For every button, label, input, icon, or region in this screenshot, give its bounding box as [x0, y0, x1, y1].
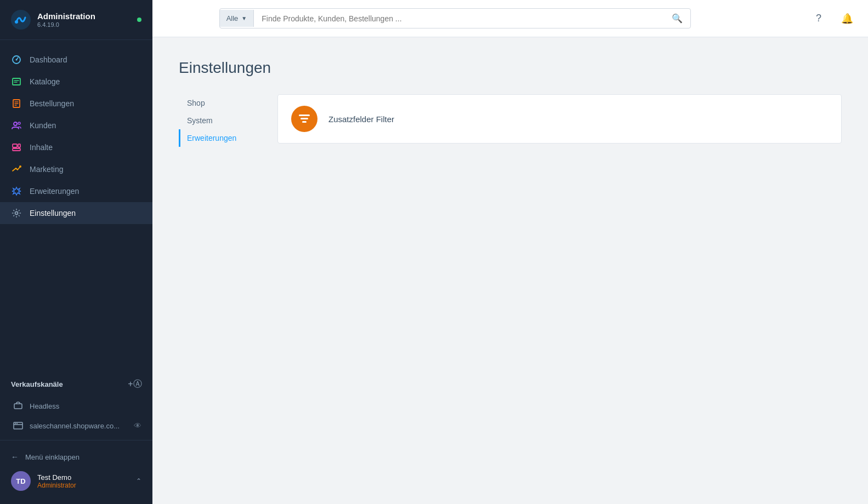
collapse-label: Menü einklappen — [25, 453, 80, 461]
sidebar: Administration 6.4.19.0 Dashboard — [0, 0, 152, 504]
saleschannel-headless[interactable]: Headless — [11, 396, 141, 416]
user-role: Administrator — [37, 482, 129, 489]
headless-icon — [13, 401, 23, 411]
sidebar-item-label: Kunden — [30, 121, 56, 130]
sidebar-item-label: Bestellungen — [30, 99, 74, 108]
svg-point-1 — [15, 20, 18, 24]
user-avatar: TD — [11, 471, 31, 491]
settings-card: Zusatzfelder Filter — [277, 94, 842, 144]
header-actions: ? 🔔 — [809, 9, 857, 28]
verkaufskanaele-section: Verkaufskanäle +Ⓐ Headless — [0, 372, 152, 440]
search-filter-label: Alle — [226, 14, 239, 22]
app-logo — [11, 10, 31, 30]
status-dot — [137, 18, 141, 22]
settings-layout: Shop System Erweiterungen — [179, 94, 842, 147]
user-name: Test Demo — [37, 473, 129, 482]
marketing-icon — [11, 164, 22, 175]
sidebar-item-kunden[interactable]: Kunden — [0, 114, 152, 136]
main-content: Alle ▼ 🔍 ? 🔔 Einstellungen Shop System — [152, 0, 868, 504]
search-input[interactable] — [254, 10, 663, 27]
svg-rect-19 — [302, 121, 307, 123]
brand-text: Administration 6.4.19.0 — [37, 12, 95, 28]
sidebar-item-bestellungen[interactable]: Bestellungen — [0, 93, 152, 114]
help-icon: ? — [816, 13, 821, 24]
inhalte-icon — [11, 142, 22, 153]
collapse-menu-button[interactable]: ← Menü einklappen — [11, 448, 141, 466]
sidebar-item-inhalte[interactable]: Inhalte — [0, 136, 152, 158]
user-info: Test Demo Administrator — [37, 473, 129, 489]
sidebar-item-kataloge[interactable]: Kataloge — [0, 71, 152, 93]
svg-point-3 — [16, 59, 18, 61]
add-saleschannel-button[interactable]: +Ⓐ — [128, 377, 141, 391]
svg-point-6 — [14, 122, 17, 125]
page-title: Einstellungen — [179, 59, 842, 77]
chevron-up-icon: ⌃ — [136, 477, 141, 485]
verkaufskanaele-items: Headless saleschannel.shopware.co... 👁 — [11, 396, 141, 440]
verkaufskanaele-header: Verkaufskanäle +Ⓐ — [11, 372, 141, 396]
settings-content: Zusatzfelder Filter — [277, 94, 842, 147]
saleschannel-shopware-label: saleschannel.shopware.co... — [30, 422, 120, 430]
settings-nav-system[interactable]: System — [179, 112, 266, 129]
sidebar-item-erweiterungen[interactable]: Erweiterungen — [0, 180, 152, 202]
settings-nav-erweiterungen[interactable]: Erweiterungen — [179, 129, 266, 147]
sidebar-header: Administration 6.4.19.0 — [0, 0, 152, 40]
erweiterungen-icon — [11, 186, 22, 197]
sidebar-footer: ← Menü einklappen TD Test Demo Administr… — [0, 440, 152, 504]
svg-point-12 — [15, 212, 18, 215]
einstellungen-icon — [11, 208, 22, 219]
svg-rect-4 — [13, 78, 20, 85]
help-button[interactable]: ? — [809, 9, 829, 28]
brand-name: Administration — [37, 12, 95, 21]
svg-point-7 — [18, 122, 20, 124]
sidebar-item-label: Einstellungen — [30, 209, 76, 217]
search-icon: 🔍 — [672, 14, 683, 23]
kataloge-icon — [11, 76, 22, 87]
sidebar-item-label: Erweiterungen — [30, 187, 79, 196]
svg-rect-17 — [299, 114, 310, 116]
saleschannel-icon — [13, 421, 23, 431]
saleschannel-headless-label: Headless — [30, 402, 59, 410]
settings-nav-shop[interactable]: Shop — [179, 94, 266, 112]
sidebar-item-marketing[interactable]: Marketing — [0, 158, 152, 180]
svg-point-16 — [16, 423, 18, 424]
svg-point-11 — [19, 165, 21, 168]
saleschannel-shopware[interactable]: saleschannel.shopware.co... 👁 — [11, 416, 141, 436]
eye-icon[interactable]: 👁 — [134, 421, 141, 430]
kunden-icon — [11, 120, 22, 131]
page-content: Einstellungen Shop System Erweiterungen — [152, 37, 868, 504]
collapse-icon: ← — [11, 453, 19, 461]
search-filter-button[interactable]: Alle ▼ — [220, 10, 254, 27]
sidebar-item-label: Kataloge — [30, 77, 60, 86]
settings-nav: Shop System Erweiterungen — [179, 94, 277, 147]
user-area[interactable]: TD Test Demo Administrator ⌃ — [11, 466, 141, 496]
main-header: Alle ▼ 🔍 ? 🔔 — [152, 0, 868, 37]
sidebar-item-einstellungen[interactable]: Einstellungen — [0, 202, 152, 224]
sidebar-item-label: Marketing — [30, 165, 63, 174]
svg-rect-18 — [300, 118, 308, 119]
svg-rect-10 — [18, 144, 20, 147]
bell-icon: 🔔 — [841, 13, 853, 25]
svg-rect-13 — [14, 404, 22, 409]
chevron-down-icon: ▼ — [241, 15, 247, 21]
zusatzfelder-filter-label: Zusatzfelder Filter — [328, 114, 394, 124]
settings-item-zusatzfelder-filter[interactable]: Zusatzfelder Filter — [278, 95, 841, 143]
zusatzfelder-filter-icon — [291, 106, 317, 132]
sidebar-item-label: Inhalte — [30, 143, 53, 152]
search-submit-button[interactable]: 🔍 — [664, 9, 690, 28]
svg-rect-8 — [13, 144, 17, 147]
bestellungen-icon — [11, 98, 22, 109]
brand-version: 6.4.19.0 — [37, 21, 95, 28]
dashboard-icon — [11, 54, 22, 65]
notifications-button[interactable]: 🔔 — [837, 9, 857, 28]
verkaufskanaele-label: Verkaufskanäle — [11, 380, 63, 388]
svg-rect-9 — [13, 148, 20, 151]
sidebar-item-dashboard[interactable]: Dashboard — [0, 49, 152, 71]
search-container: Alle ▼ 🔍 — [219, 8, 691, 28]
svg-point-15 — [15, 423, 16, 424]
main-nav: Dashboard Kataloge Bestellungen — [0, 40, 152, 368]
sidebar-item-label: Dashboard — [30, 55, 67, 64]
